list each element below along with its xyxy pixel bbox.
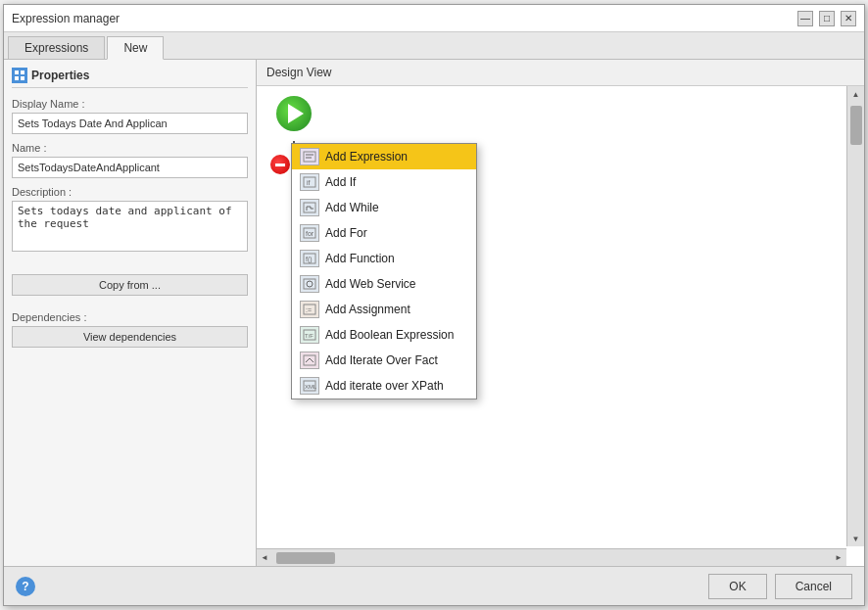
svg-text::=: :=: [306, 306, 312, 313]
description-group: Description : Sets todays date and appli…: [12, 186, 248, 255]
svg-rect-1: [21, 70, 24, 74]
help-button[interactable]: ?: [16, 577, 35, 596]
dependencies-group: Dependencies : View dependencies: [12, 311, 248, 348]
design-canvas: ▲ ▼ ◄ ►: [257, 86, 864, 566]
menu-item-add-for[interactable]: for Add For: [292, 220, 476, 246]
add-boolean-expression-icon: T/F: [300, 326, 319, 344]
scroll-down-arrow[interactable]: ▼: [848, 531, 864, 546]
title-bar: Expression manager — □ ✕: [4, 5, 864, 32]
menu-item-add-web-service[interactable]: Add Web Service: [292, 271, 476, 297]
stop-node: [270, 155, 290, 174]
tab-expressions[interactable]: Expressions: [8, 36, 105, 59]
copy-from-button[interactable]: Copy from ...: [12, 274, 248, 296]
close-button[interactable]: ✕: [841, 11, 856, 26]
menu-item-add-if[interactable]: if Add If: [292, 169, 476, 195]
add-for-icon: for: [300, 224, 319, 242]
footer: ? OK Cancel: [4, 566, 864, 605]
left-panel: Properties Display Name : Name : Descrip…: [4, 60, 257, 566]
menu-item-add-while[interactable]: Add While: [292, 195, 476, 220]
add-iterate-over-fact-icon: [300, 352, 319, 369]
properties-icon: [12, 68, 27, 83]
dependencies-label: Dependencies :: [12, 311, 248, 323]
menu-item-add-assignment[interactable]: := Add Assignment: [292, 297, 476, 322]
svg-point-15: [307, 281, 313, 287]
play-icon: [288, 104, 304, 123]
svg-text:f(): f(): [306, 256, 313, 263]
name-label: Name :: [12, 142, 248, 154]
display-name-label: Display Name :: [12, 98, 248, 110]
name-group: Name :: [12, 142, 248, 178]
ok-button[interactable]: OK: [708, 574, 766, 599]
scroll-thumb-vertical[interactable]: [850, 106, 862, 145]
add-web-service-icon: [300, 275, 319, 293]
panel-title: Properties: [12, 68, 248, 88]
context-menu: Add Expression if Add If Ad: [291, 143, 477, 399]
description-label: Description :: [12, 186, 248, 198]
minimize-button[interactable]: —: [797, 11, 813, 26]
svg-text:if: if: [307, 179, 311, 186]
vertical-scrollbar[interactable]: ▲ ▼: [846, 86, 864, 546]
add-expression-icon: [300, 148, 319, 165]
right-panel: Design View ▲ ▼ ◄ ►: [257, 60, 864, 566]
cancel-button[interactable]: Cancel: [775, 574, 852, 599]
footer-buttons: OK Cancel: [708, 574, 852, 599]
menu-item-add-iterate-over-fact[interactable]: Add Iterate Over Fact: [292, 348, 476, 373]
scroll-right-arrow[interactable]: ►: [831, 550, 846, 566]
scroll-thumb-horizontal[interactable]: [276, 552, 335, 564]
svg-rect-4: [304, 152, 315, 162]
svg-rect-2: [15, 76, 19, 80]
play-button[interactable]: [276, 96, 312, 131]
menu-item-add-boolean-expression[interactable]: T/F Add Boolean Expression: [292, 322, 476, 348]
horizontal-scrollbar[interactable]: ◄ ►: [257, 548, 846, 566]
title-controls: — □ ✕: [797, 11, 856, 26]
tabs-bar: Expressions New: [4, 32, 864, 60]
svg-rect-20: [304, 355, 315, 365]
add-iterate-over-xpath-icon: XML: [300, 377, 319, 395]
add-if-icon: if: [300, 173, 319, 191]
add-function-icon: f(): [300, 250, 319, 267]
tab-new[interactable]: New: [107, 36, 164, 60]
footer-left: ?: [16, 577, 35, 596]
copy-from-group: Copy from ...: [12, 274, 248, 296]
svg-text:for: for: [306, 230, 314, 237]
content-area: Properties Display Name : Name : Descrip…: [4, 60, 864, 566]
display-name-group: Display Name :: [12, 98, 248, 134]
menu-item-add-expression[interactable]: Add Expression: [292, 144, 476, 169]
menu-item-add-function[interactable]: f() Add Function: [292, 246, 476, 271]
add-assignment-icon: :=: [300, 301, 319, 318]
svg-rect-9: [304, 203, 315, 212]
scroll-up-arrow[interactable]: ▲: [848, 86, 864, 102]
name-input[interactable]: [12, 157, 248, 178]
maximize-button[interactable]: □: [819, 11, 835, 26]
svg-rect-0: [15, 70, 19, 74]
dialog: Expression manager — □ ✕ Expressions New…: [3, 4, 865, 606]
scroll-left-arrow[interactable]: ◄: [257, 550, 272, 566]
svg-text:XML: XML: [305, 384, 316, 390]
dialog-title: Expression manager: [12, 12, 120, 25]
design-view-header: Design View: [257, 60, 864, 86]
menu-item-add-iterate-over-xpath[interactable]: XML Add iterate over XPath: [292, 373, 476, 399]
display-name-input[interactable]: [12, 113, 248, 134]
view-dependencies-button[interactable]: View dependencies: [12, 326, 248, 348]
description-textarea[interactable]: Sets todays date and applicant of the re…: [12, 201, 248, 252]
stop-icon: [275, 164, 285, 166]
svg-rect-3: [21, 76, 24, 80]
canvas-content: Add Expression if Add If Ad: [266, 96, 312, 131]
add-while-icon: [300, 199, 319, 216]
svg-text:T/F: T/F: [305, 333, 313, 339]
